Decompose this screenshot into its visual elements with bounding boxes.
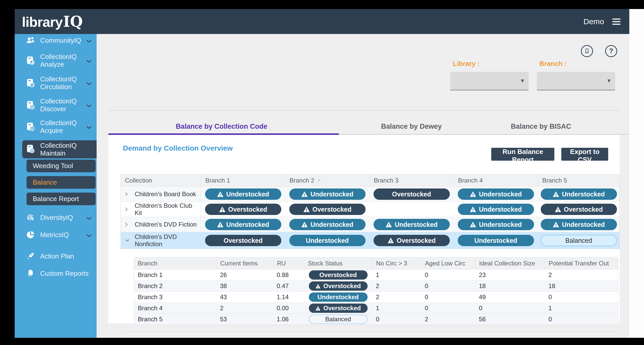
current-items-cell: 43 [216,292,273,303]
sidebar-item-communityiq[interactable]: CommunityIQ [26,35,91,46]
branch-row: Branch 1260.88Overstocked10232 [134,269,618,280]
branch-cell: Branch 2 [134,281,216,291]
column-header-ru: RU [273,257,304,269]
help-icon[interactable]: ? [605,45,617,57]
branch-row: Branch 3431.14Understocked20490 [134,291,618,303]
collection-name-cell[interactable]: Children's DVD Fiction [121,217,201,232]
sidebar-subitem-weeding-tool[interactable]: Weeding Tool [27,160,96,172]
warning-icon [555,206,561,212]
status-cell: Overstocked [285,202,369,217]
status-pill-overstocked: Overstocked [309,304,368,313]
status-pill-understocked: Understocked [309,292,368,302]
status-cell: Overstocked [369,232,454,249]
sidebar-item-metricsiq[interactable]: MetricsIQ [26,230,91,240]
library-select[interactable]: ▾ [450,72,529,90]
no-circ-gt-3-cell: 2 [372,292,421,303]
status-pill-overstocked: Overstocked [289,204,366,215]
column-header-branch-1[interactable]: Branch 1 [201,175,285,186]
collection-row[interactable]: Children's DVD FictionUnderstockedUnders… [121,217,620,232]
library-filter: Library : ▾ [450,60,529,90]
export-to-csv-button[interactable]: Export to CSV [561,148,608,161]
branch-select[interactable]: ▾ [537,72,615,90]
run-balance-report-button[interactable]: Run Balance Report [491,148,554,161]
status-cell: Understocked [454,187,538,202]
sidebar-subitem-balance-report[interactable]: Balance Report [27,193,96,205]
warning-icon [315,284,321,289]
caret-down-icon: ▾ [607,77,611,84]
column-header-collection[interactable]: Collection [121,175,201,186]
sidebar-item-collectioniq-acquire[interactable]: CollectionIQAcquire [26,119,91,135]
status-pill-understocked: Understocked [541,219,617,230]
warning-icon [315,306,321,311]
caret-down-icon: ▾ [521,77,524,84]
branch-table-header: BranchCurrent ItemsRUStock StatusNo Circ… [134,257,618,269]
book-acquire-icon [26,122,35,131]
column-header-branch-2[interactable]: Branch 2 [285,175,369,186]
no-circ-gt-3-cell: 0 [372,314,421,325]
collection-row[interactable]: Children's Book Club KitOverstockedOvers… [121,202,620,217]
status-cell: Overstocked [201,232,285,249]
sidebar-item-collectioniq-circulation[interactable]: CollectionIQCirculation [26,75,91,91]
collection-name-cell[interactable]: Children's Book Club Kit [121,202,201,217]
sidebar-item-custom-reports[interactable]: Custom Reports [26,268,91,279]
hamburger-menu-icon[interactable] [611,18,622,26]
sidebar-item-collectioniq-maintain[interactable]: CollectionIQMaintain [22,140,97,158]
collection-name-cell[interactable]: Children's Board Book [121,187,201,202]
sidebar-subitem-balance[interactable]: Balance [27,176,96,189]
branch-row: Branch 420.00Overstocked1001 [134,303,618,314]
warning-icon [470,206,476,212]
column-header-stock-status: Stock Status [304,257,372,269]
sidebar-item-collectioniq-analyze[interactable]: CollectionIQAnalyze [26,53,91,68]
warning-icon [219,206,226,212]
fingerprint-icon [26,213,35,222]
divider [123,331,618,332]
status-pill-understocked: Understocked [458,204,534,215]
sidebar-item-label: CollectionIQDiscover [40,97,81,113]
chevron-down-icon [87,234,91,236]
status-cell: Understocked [538,217,620,232]
main-content: ? Library : ▾ Branch : ▾ Balance by Coll… [97,34,629,338]
column-header-branch-5[interactable]: Branch 5 [538,175,620,186]
chevron-right-icon[interactable] [125,207,130,212]
ru-cell: 1.06 [273,314,304,325]
sidebar-item-action-plan[interactable]: Action Plan [26,251,91,261]
collection-row[interactable]: Children's DVD NonfictionOverstockedUnde… [121,232,620,249]
chevron-right-icon[interactable] [125,222,130,227]
branch-cell: Branch 4 [134,303,216,314]
ideal-collection-size-cell: 18 [475,281,545,291]
chevron-down-icon[interactable] [125,239,130,242]
status-cell: Overstocked [369,187,454,202]
chevron-down-icon [87,39,91,42]
potential-transfer-out-cell: 18 [545,281,618,291]
warning-icon [553,191,559,197]
status-pill-understocked: Understocked [205,188,281,200]
collection-name: Children's DVD Nonfiction [135,233,201,248]
potential-transfer-out-cell: 1 [545,303,618,314]
collection-row[interactable]: Children's Board BookUnderstockedUnderst… [121,186,620,202]
user-menu-label[interactable]: Demo [583,17,604,26]
status-cell: Overstocked [538,202,620,217]
sidebar-item-diversityiq[interactable]: DiversityIQ [26,212,91,223]
collection-name-cell[interactable]: Children's DVD Nonfiction [121,232,201,249]
status-cell: Overstocked [201,202,285,217]
warning-icon [387,237,394,244]
column-header-branch-3[interactable]: Branch 3 [369,175,454,186]
tab-balance-by-bisac[interactable]: Balance by BISAC [511,123,571,131]
status-cell: Understocked [538,187,620,202]
aged-low-circ-cell: 0 [421,281,475,291]
tab-balance-by-collection-code[interactable]: Balance by Collection Code [176,123,267,131]
column-header-branch-4[interactable]: Branch 4 [454,175,538,186]
ru-cell: 0.00 [273,303,304,314]
sidebar-item-collectioniq-discover[interactable]: CollectionIQDiscover [26,97,91,113]
status-pill-understocked: Understocked [458,219,534,230]
status-pill-understocked: Understocked [458,188,534,200]
chevron-right-icon[interactable] [125,192,130,196]
app-window: libraryIQ Demo CommunityIQCollectionIQAn… [15,9,629,338]
current-items-cell: 26 [216,270,273,280]
tab-balance-by-dewey[interactable]: Balance by Dewey [381,123,442,131]
warning-icon [301,221,308,228]
status-cell: Understocked [285,232,369,249]
warning-icon [303,206,310,212]
bookmark-icon[interactable] [581,45,593,57]
aged-low-circ-cell: 0 [421,303,475,314]
